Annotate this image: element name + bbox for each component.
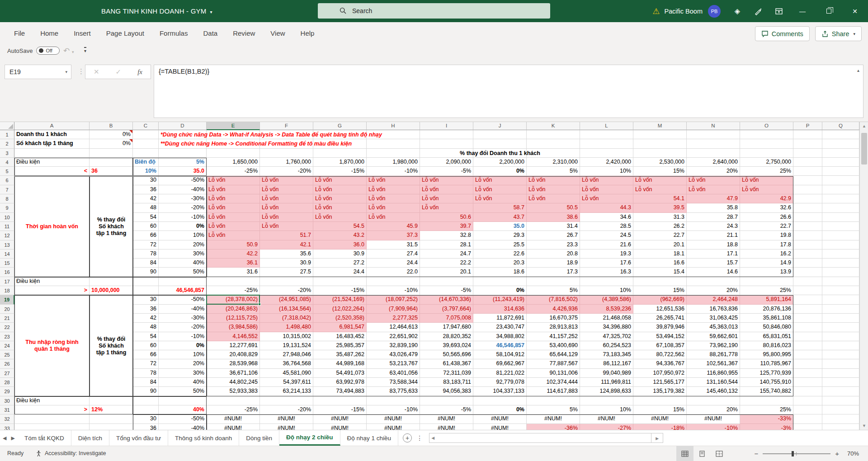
cell-M5[interactable]: 15% bbox=[633, 167, 687, 176]
cell-B21[interactable] bbox=[90, 314, 133, 323]
cell-P29[interactable] bbox=[793, 387, 822, 396]
cell-O17[interactable] bbox=[740, 277, 793, 286]
cell-D32[interactable]: -50% bbox=[159, 414, 207, 423]
cell-F26[interactable]: 36,764,568 bbox=[260, 359, 313, 368]
cell-G14[interactable]: 30.9 bbox=[313, 249, 367, 259]
cell-C3[interactable] bbox=[133, 149, 159, 158]
cell-B8[interactable] bbox=[90, 194, 133, 203]
cancel-icon[interactable]: ✕ bbox=[94, 68, 99, 76]
normal-view-button[interactable] bbox=[676, 446, 693, 461]
row-header-29[interactable]: 29 bbox=[0, 387, 14, 396]
cell-B23[interactable] bbox=[90, 332, 133, 341]
cell-Q7[interactable] bbox=[822, 185, 859, 194]
cell-D28[interactable]: 40% bbox=[159, 378, 207, 387]
cell-N21[interactable]: 31,063,425 bbox=[687, 314, 740, 323]
cell-H26[interactable]: 53,213,767 bbox=[367, 359, 420, 368]
cell-Q32[interactable] bbox=[822, 414, 859, 423]
cell-L6[interactable]: Lỗ vốn bbox=[580, 176, 633, 185]
cell-D31[interactable]: 40% bbox=[159, 405, 207, 414]
cell-G18[interactable]: -15% bbox=[313, 286, 367, 295]
cell-Q6[interactable] bbox=[822, 176, 859, 185]
cell-I8[interactable]: Lỗ vốn bbox=[420, 194, 473, 203]
cell-A28[interactable] bbox=[14, 378, 90, 387]
cell-D6[interactable]: -50% bbox=[159, 176, 207, 185]
minimize-button[interactable]: — bbox=[789, 0, 816, 22]
cell-O14[interactable]: 16.2 bbox=[740, 249, 793, 259]
cell-B18[interactable]: 10,000,000 bbox=[90, 286, 133, 295]
cell-C20[interactable]: 36 bbox=[133, 305, 159, 314]
cell-M30[interactable] bbox=[633, 396, 687, 405]
cell-A1[interactable]: Doanh thu 1 khách bbox=[14, 130, 90, 139]
scroll-right-icon[interactable]: ▶ bbox=[651, 433, 663, 443]
cell-O29[interactable]: 155,740,882 bbox=[740, 387, 793, 396]
cell-C4[interactable]: Biên độ bbox=[133, 158, 159, 167]
cell-O26[interactable]: 110,785,967 bbox=[740, 359, 793, 368]
cell-J29[interactable]: 104,337,133 bbox=[473, 387, 527, 396]
cell-L32[interactable]: #NUM! bbox=[580, 414, 633, 423]
cell-J24[interactable]: 46,546,857 bbox=[473, 341, 527, 350]
cell-A23[interactable] bbox=[14, 332, 90, 341]
cell-E7[interactable]: Lỗ vốn bbox=[207, 185, 260, 194]
cell-O6[interactable]: Lỗ vốn bbox=[740, 176, 793, 185]
cell-M29[interactable]: 135,179,382 bbox=[633, 387, 687, 396]
cell-D27[interactable]: 30% bbox=[159, 369, 207, 378]
cell-N20[interactable]: 16,763,836 bbox=[687, 305, 740, 314]
ribbon-tab-insert[interactable]: Insert bbox=[66, 22, 99, 45]
cell-J31[interactable]: 0% bbox=[473, 405, 527, 414]
ribbon-tab-home[interactable]: Home bbox=[33, 22, 66, 45]
cell-A2[interactable]: Số khách tập 1 tháng bbox=[14, 139, 90, 148]
cell-Q28[interactable] bbox=[822, 378, 859, 387]
cell-A27[interactable] bbox=[14, 369, 90, 378]
row-header-10[interactable]: 10 bbox=[0, 213, 14, 222]
sheet-options-icon[interactable]: ⋮ bbox=[416, 434, 423, 442]
cell-I9[interactable]: Lỗ vốn bbox=[420, 203, 473, 212]
cell-E8[interactable]: Lỗ vốn bbox=[207, 194, 260, 203]
cell-L23[interactable]: 47,325,702 bbox=[580, 332, 633, 341]
cell-H18[interactable]: -10% bbox=[367, 286, 420, 295]
cell-K15[interactable]: 18.9 bbox=[527, 259, 580, 268]
cell-I31[interactable]: -5% bbox=[420, 405, 473, 414]
cell-F14[interactable]: 35.6 bbox=[260, 249, 313, 259]
cell-M20[interactable]: 12,651,536 bbox=[633, 305, 687, 314]
cell-G17[interactable] bbox=[313, 277, 367, 286]
cell-P16[interactable] bbox=[793, 268, 822, 277]
cell-N6[interactable]: Lỗ vốn bbox=[687, 176, 740, 185]
row-header-21[interactable]: 21 bbox=[0, 314, 14, 323]
cell-I19[interactable]: (14,670,336) bbox=[420, 295, 473, 304]
cell-I30[interactable] bbox=[420, 396, 473, 405]
cell-B22[interactable] bbox=[90, 323, 133, 332]
cell-L18[interactable]: 10% bbox=[580, 286, 633, 295]
cell-F30[interactable] bbox=[260, 396, 313, 405]
cell-P19[interactable] bbox=[793, 295, 822, 304]
cell-D10[interactable]: -10% bbox=[159, 213, 207, 222]
cell-H29[interactable]: 83,775,633 bbox=[367, 387, 420, 396]
column-header-P[interactable]: P bbox=[793, 122, 822, 130]
cell-I23[interactable]: 28,820,352 bbox=[420, 332, 473, 341]
cell-K17[interactable] bbox=[527, 277, 580, 286]
cell-P21[interactable] bbox=[793, 314, 822, 323]
column-header-J[interactable]: J bbox=[473, 122, 527, 130]
cell-M14[interactable]: 18.1 bbox=[633, 249, 687, 259]
cell-N33[interactable]: -10% bbox=[687, 424, 740, 430]
cell-H2[interactable] bbox=[367, 139, 420, 148]
cell-N25[interactable]: 88,261,778 bbox=[687, 350, 740, 359]
cell-P4[interactable] bbox=[793, 158, 822, 167]
cell-I5[interactable]: -5% bbox=[420, 167, 473, 176]
cell-A5[interactable]: < bbox=[14, 167, 90, 176]
cell-I22[interactable]: 17,947,680 bbox=[420, 323, 473, 332]
cell-B33[interactable] bbox=[90, 424, 133, 430]
cell-G24[interactable]: 25,985,357 bbox=[313, 341, 367, 350]
cell-P2[interactable] bbox=[793, 139, 822, 148]
zoom-level[interactable]: 70% bbox=[844, 450, 859, 457]
cell-N24[interactable]: 73,962,190 bbox=[687, 341, 740, 350]
cell-K21[interactable]: 16,670,375 bbox=[527, 314, 580, 323]
cell-P3[interactable] bbox=[793, 149, 822, 158]
cell-M26[interactable]: 94,336,767 bbox=[633, 359, 687, 368]
cell-K8[interactable]: Lỗ vốn bbox=[527, 194, 580, 203]
cell-M12[interactable]: 22.7 bbox=[633, 231, 687, 240]
cell-H13[interactable]: 31.5 bbox=[367, 240, 420, 249]
cell-N10[interactable]: 28.7 bbox=[687, 213, 740, 222]
column-header-Q[interactable]: Q bbox=[822, 122, 859, 130]
cell-D4[interactable]: 5% bbox=[159, 158, 207, 167]
cell-K30[interactable] bbox=[527, 396, 580, 405]
